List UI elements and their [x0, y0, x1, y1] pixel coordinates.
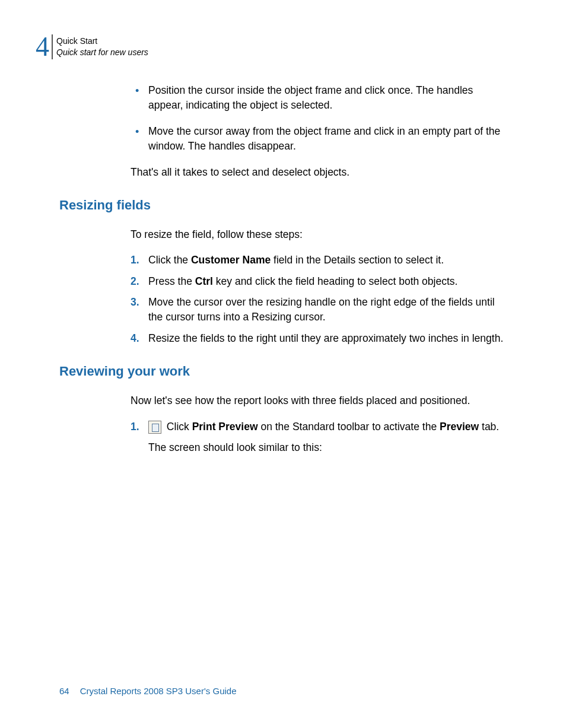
- step2-post: key and click the field heading to selec…: [213, 275, 457, 287]
- step2-bold: Ctrl: [195, 275, 213, 287]
- intro-block: Position the cursor inside the object fr…: [131, 83, 510, 180]
- header-titles: Quick Start Quick start for new users: [56, 36, 148, 58]
- reviewing-work-body: Now let's see how the report looks with …: [131, 393, 510, 455]
- intro-bullet-2: Move the cursor away from the object fra…: [131, 124, 510, 154]
- page-number: 64: [59, 686, 69, 696]
- header-divider: [52, 34, 53, 59]
- header-title-main: Quick Start: [56, 36, 148, 47]
- reviewing-work-heading: Reviewing your work: [59, 364, 510, 379]
- resizing-step-1: Click the Customer Name field in the Det…: [131, 253, 510, 268]
- intro-bullet-1: Position the cursor inside the object fr…: [131, 83, 510, 113]
- page-footer: 64Crystal Reports 2008 SP3 User's Guide: [59, 686, 237, 696]
- step1-pre: Click the: [148, 254, 191, 266]
- resizing-step-3: Move the cursor over the resizing handle…: [131, 295, 510, 325]
- chapter-number: 4: [36, 33, 49, 61]
- reviewing-step-1: Click Print Preview on the Standard tool…: [131, 419, 510, 456]
- intro-bullets: Position the cursor inside the object fr…: [131, 83, 510, 154]
- rstep1-followup: The screen should look similar to this:: [148, 440, 510, 455]
- resizing-step-4: Resize the fields to the right until the…: [131, 331, 510, 346]
- print-preview-icon: [148, 421, 161, 434]
- rstep1-bold1: Print Preview: [192, 421, 258, 433]
- step2-pre: Press the: [148, 275, 195, 287]
- rstep1-mid: on the Standard toolbar to activate the: [258, 421, 440, 433]
- resizing-fields-body: To resize the field, follow these steps:…: [131, 227, 510, 346]
- step1-post: field in the Details section to select i…: [271, 254, 444, 266]
- resizing-fields-intro: To resize the field, follow these steps:: [131, 227, 510, 242]
- reviewing-work-steps: Click Print Preview on the Standard tool…: [131, 419, 510, 456]
- resizing-fields-heading: Resizing fields: [59, 198, 510, 213]
- resizing-step-2: Press the Ctrl key and click the field h…: [131, 274, 510, 289]
- page-header: 4 Quick Start Quick start for new users: [36, 33, 148, 61]
- resizing-fields-steps: Click the Customer Name field in the Det…: [131, 253, 510, 346]
- page-content: Position the cursor inside the object fr…: [59, 83, 510, 461]
- step1-bold: Customer Name: [191, 254, 271, 266]
- rstep1-bold2: Preview: [440, 421, 479, 433]
- intro-closing: That's all it takes to select and desele…: [131, 165, 510, 180]
- book-title: Crystal Reports 2008 SP3 User's Guide: [80, 686, 237, 696]
- rstep1-post: tab.: [479, 421, 499, 433]
- rstep1-pre: Click: [164, 421, 192, 433]
- header-title-sub: Quick start for new users: [56, 47, 148, 58]
- reviewing-work-intro: Now let's see how the report looks with …: [131, 393, 510, 408]
